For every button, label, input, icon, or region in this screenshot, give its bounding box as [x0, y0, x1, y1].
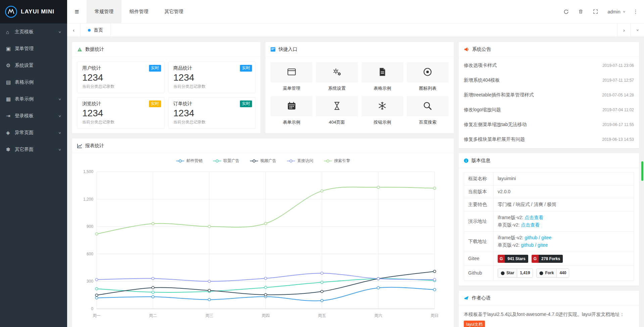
announcement-text: 修复多模块菜单栏展开有问题	[464, 136, 525, 142]
page-content: 数据统计 实时用户统计1234当前分类总记录数实时商品统计1234当前分类总记录…	[67, 37, 644, 327]
stat-box: 实时订单统计1234当前分类总记录数	[168, 97, 256, 129]
sidebar-item-label: 异常页面	[15, 130, 58, 136]
paper-plane-icon	[464, 296, 469, 300]
announcement-item[interactable]: 新增treetable插件和菜单管理样式2019-07-05 14:28	[464, 88, 634, 103]
sidebar-item-table[interactable]: ▤表格示例	[0, 74, 67, 91]
svg-text:周日: 周日	[431, 313, 439, 318]
gitee-badge[interactable]: G941 Stars	[498, 255, 528, 263]
sidebar-item-menu[interactable]: ▣菜单管理	[0, 40, 67, 57]
version-card-title: 版本信息	[472, 158, 490, 164]
header-tab-component[interactable]: 组件管理	[121, 0, 156, 23]
tab-scroll-left-icon[interactable]: ‹	[67, 24, 81, 37]
stat-label: 浏览统计	[82, 101, 159, 107]
more-menu-icon[interactable]: ⋮	[630, 0, 641, 23]
refresh-icon[interactable]	[559, 0, 574, 23]
version-row-label: Gitee	[464, 252, 494, 266]
quick-entry-settings[interactable]: 系统设置	[316, 62, 358, 91]
hourglass-icon	[332, 101, 342, 112]
scrollbar-thumb[interactable]	[641, 161, 643, 181]
stat-label: 订单统计	[174, 101, 251, 107]
app-root: LAYUI MINI ⌂主页模板∨▣菜单管理⚙系统设置▤表格示例▦表单示例∨⇥登…	[0, 0, 644, 327]
stat-box: 实时用户统计1234当前分类总记录数	[77, 62, 164, 93]
sidebar-item-home[interactable]: ⌂主页模板∨	[0, 24, 67, 40]
quick-entry-buttons[interactable]: 按钮示例	[361, 96, 403, 125]
sidebar-item-login[interactable]: ⇥登录模板∨	[0, 108, 67, 124]
realtime-badge: 实时	[240, 65, 252, 72]
clear-cache-icon[interactable]	[574, 0, 588, 23]
stat-value: 1234	[82, 108, 159, 119]
github-badge[interactable]: Star1,419	[498, 269, 533, 278]
demo-link-iframe[interactable]: 点击查看	[525, 215, 543, 220]
download-link-github[interactable]: github	[525, 235, 537, 240]
legend-item[interactable]: 视频广告	[250, 158, 277, 164]
quick-entry-icons[interactable]: 图标列表	[407, 62, 449, 91]
tab-strip: ‹ 首页 › ∨	[67, 24, 644, 37]
header-tab-general[interactable]: 常规管理	[87, 0, 121, 23]
header-tab-other[interactable]: 其它管理	[156, 0, 191, 23]
svg-text:1,500: 1,500	[83, 169, 93, 174]
gitee-icon: G	[532, 255, 539, 263]
download-link-github[interactable]: github	[521, 242, 534, 248]
author-line1: 本模板基于layui2.5.4以及font-awesome-4.7.0进行实现。…	[464, 312, 624, 317]
sidebar-item-error[interactable]: ◈异常页面∨	[0, 124, 67, 141]
version-row-label: 当前版本	[464, 185, 494, 198]
quick-entry-label: 菜单管理	[270, 85, 312, 91]
user-dropdown[interactable]: admin ∨	[603, 0, 630, 23]
legend-item[interactable]: 联盟广告	[213, 158, 240, 164]
gear-icon: ⚙	[6, 63, 15, 69]
line-chart-icon	[77, 144, 82, 148]
demo-link-onepage[interactable]: 点击查看	[521, 222, 540, 228]
svg-text:周三: 周三	[205, 313, 213, 318]
quick-entry-label: 按钮示例	[361, 119, 403, 125]
tab-home[interactable]: 首页	[81, 24, 111, 37]
tab-operations-dropdown-icon[interactable]: ∨	[631, 24, 644, 37]
alert-triangle-icon	[77, 47, 82, 52]
chevron-down-icon: ∨	[58, 30, 61, 34]
stat-desc: 当前分类总记录数	[82, 84, 159, 89]
quick-entry-label: 百度搜索	[407, 119, 449, 125]
sidebar-item-form[interactable]: ▦表单示例∨	[0, 91, 67, 108]
calendar-icon: ▦	[6, 96, 15, 102]
quick-entry-label: 图标列表	[407, 85, 449, 91]
app-logo[interactable]: LAYUI MINI	[0, 0, 67, 24]
version-table: 框架名称 layuimini 当前版本 v2.0.0 主要特色 零门槛 / 响应…	[464, 172, 634, 281]
announcement-item[interactable]: 修改选项卡样式2019-07-11 23:06	[464, 58, 634, 73]
legend-item[interactable]: 直接访问	[287, 158, 313, 164]
calendar-icon	[287, 101, 297, 112]
announcement-time: 2019-07-11 12:57	[602, 78, 634, 83]
announcement-item[interactable]: 新增系统404模板2019-07-11 12:57	[464, 73, 634, 88]
announcement-text: 新增treetable插件和菜单管理样式	[464, 92, 534, 98]
quick-entry-table[interactable]: 表格示例	[361, 62, 403, 91]
download-link-gitee[interactable]: gitee	[541, 235, 551, 240]
sidebar-item-settings[interactable]: ⚙系统设置	[0, 57, 67, 74]
svg-text:0: 0	[91, 306, 93, 311]
version-card: 版本信息 框架名称 layuimini 当前版本 v2.0.0	[459, 153, 639, 286]
github-badge[interactable]: Fork440	[536, 269, 569, 278]
gitee-badge[interactable]: G278 Forks	[532, 255, 563, 263]
announcement-item[interactable]: 修改logo缩放问题2019-07-04 11:02	[464, 103, 634, 117]
chevron-down-icon: ∨	[58, 114, 61, 118]
legend-item[interactable]: 搜索引擎	[324, 158, 350, 164]
announcement-item[interactable]: 修复多模块菜单栏展开有问题2019-06-13 14:53	[464, 132, 634, 147]
chevron-down-icon: ∨	[58, 97, 61, 101]
fullscreen-icon[interactable]	[588, 0, 603, 23]
quick-entry-menu[interactable]: 菜单管理	[270, 62, 312, 91]
quick-entry-page404[interactable]: 404页面	[316, 96, 358, 125]
quick-entry-baidu[interactable]: 百度搜索	[407, 96, 449, 125]
tab-scroll-right-icon[interactable]: ›	[617, 24, 631, 37]
sidebar-item-other[interactable]: ✽其它界面∨	[0, 141, 67, 158]
announcement-card: 系统公告 修改选项卡样式2019-07-11 23:06新增系统404模板201…	[459, 42, 639, 148]
sidebar-toggle-icon[interactable]: ≡	[67, 0, 87, 23]
github-icon	[539, 271, 543, 275]
dot-circle-icon	[423, 67, 433, 78]
layui-doc-badge[interactable]: layui文档	[464, 321, 485, 327]
download-link-gitee[interactable]: gitee	[538, 242, 548, 248]
window-icon	[287, 67, 297, 78]
announcement-item[interactable]: 修复左侧菜单缩放tab无法移动2019-06-17 11:55	[464, 117, 634, 132]
snowflake-icon	[377, 101, 387, 112]
version-row-label: Github	[464, 266, 494, 281]
legend-item[interactable]: 邮件营销	[176, 158, 203, 164]
legend-marker	[213, 159, 221, 163]
chevron-down-icon: ∨	[58, 131, 61, 134]
quick-entry-form[interactable]: 表单示例	[270, 96, 312, 125]
